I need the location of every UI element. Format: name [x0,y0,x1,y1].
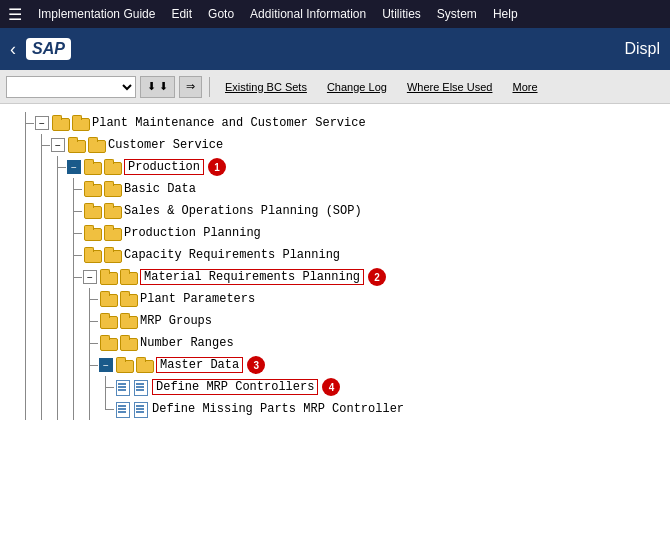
connector [82,376,98,398]
tree-row[interactable]: − Production 1 [0,156,670,178]
hamburger-icon[interactable]: ☰ [8,5,22,24]
folder-icon2 [104,161,120,173]
connector [34,266,50,288]
change-log-button[interactable]: Change Log [319,76,395,98]
folder-icon [84,227,100,239]
connector [34,200,50,222]
header-left: ‹ SAP [10,38,71,60]
expand-button[interactable]: − [51,138,65,152]
menu-help[interactable]: Help [493,7,518,21]
node-label: Sales & Operations Planning (SOP) [124,204,362,218]
tree-row[interactable]: − Customer Service [0,134,670,156]
menu-goto[interactable]: Goto [208,7,234,21]
connector [18,244,34,266]
connector [66,244,82,266]
header-bar: ‹ SAP Displ [0,28,670,70]
folder-icon2 [120,337,136,349]
connector [50,332,66,354]
connector [34,310,50,332]
badge-1: 1 [208,158,226,176]
tree-row[interactable]: Plant Parameters [0,288,670,310]
folder-icon2 [88,139,104,151]
connector [50,244,66,266]
connector [82,354,98,376]
tree-row[interactable]: − Plant Maintenance and Customer Service [0,112,670,134]
connector [34,222,50,244]
filter-button[interactable]: ⬇ ⬇ [140,76,175,98]
connector [18,398,34,420]
tree-row[interactable]: Define MRP Controllers 4 [0,376,670,398]
toolbar: ⬇ ⬇ ⇒ Existing BC Sets Change Log Where … [0,70,670,104]
filter-icon: ⬇ [147,80,156,93]
filter-icon2: ⬇ [159,80,168,93]
tree-row[interactable]: − Material Requirements Planning 2 [0,266,670,288]
connector [50,310,66,332]
folder-icon2 [104,183,120,195]
connector [18,332,34,354]
folder-icon2 [104,249,120,261]
menu-system[interactable]: System [437,7,477,21]
badge-4: 4 [322,378,340,396]
folder-icon2 [104,227,120,239]
menu-utilities[interactable]: Utilities [382,7,421,21]
folder-icon2 [120,293,136,305]
menu-implementation-guide[interactable]: Implementation Guide [38,7,155,21]
connector [66,332,82,354]
connector [18,266,34,288]
arrows-icon: ⇒ [186,80,195,93]
tree-row[interactable]: Sales & Operations Planning (SOP) [0,200,670,222]
back-button[interactable]: ‹ [10,39,16,60]
more-button[interactable]: More [504,76,545,98]
existing-bc-sets-button[interactable]: Existing BC Sets [217,76,315,98]
badge-3: 3 [247,356,265,374]
connector [34,332,50,354]
tree-row[interactable]: Basic Data [0,178,670,200]
where-else-used-button[interactable]: Where Else Used [399,76,501,98]
node-label: Plant Maintenance and Customer Service [92,116,366,130]
tree-row[interactable]: Define Missing Parts MRP Controller [0,398,670,420]
expand-button[interactable]: − [67,160,81,174]
connector [82,332,98,354]
doc-icon [116,380,130,394]
connector [50,354,66,376]
sap-logo: SAP [26,38,71,60]
connector [34,156,50,178]
connector [18,178,34,200]
arrows-button[interactable]: ⇒ [179,76,202,98]
expand-button[interactable]: − [35,116,49,130]
connector [18,354,34,376]
tree-container: − Plant Maintenance and Customer Service… [0,104,670,552]
folder-icon2 [120,271,136,283]
tree-row[interactable]: MRP Groups [0,310,670,332]
connector [50,222,66,244]
connector [66,376,82,398]
folder-icon [100,315,116,327]
tree-row[interactable]: Production Planning [0,222,670,244]
badge-2: 2 [368,268,386,286]
node-label-highlighted: Material Requirements Planning [140,269,364,285]
connector [18,156,34,178]
connector [18,288,34,310]
page-title: Displ [624,40,660,58]
menu-edit[interactable]: Edit [171,7,192,21]
toolbar-select[interactable] [6,76,136,98]
connector [82,310,98,332]
tree-row[interactable]: Capacity Requirements Planning [0,244,670,266]
expand-button[interactable]: − [99,358,113,372]
node-label-highlighted: Production [124,159,204,175]
folder-icon2 [136,359,152,371]
connector [50,288,66,310]
connector [34,178,50,200]
connector [66,266,82,288]
node-label-highlighted: Define MRP Controllers [152,379,318,395]
connector [18,376,34,398]
sap-logo-text: SAP [32,40,65,58]
expand-button[interactable]: − [83,270,97,284]
tree-row[interactable]: Number Ranges [0,332,670,354]
folder-icon [84,183,100,195]
tree-row[interactable]: − Master Data 3 [0,354,670,376]
doc-icon [116,402,130,416]
toolbar-divider [209,77,210,97]
connector [50,178,66,200]
menu-additional-info[interactable]: Additional Information [250,7,366,21]
